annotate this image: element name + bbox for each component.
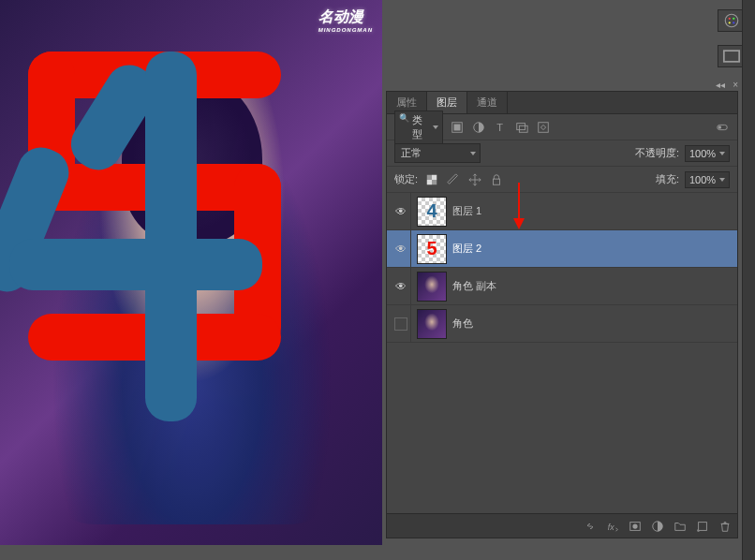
layer-style-button[interactable]: fx <box>606 520 619 533</box>
svg-rect-11 <box>538 122 548 132</box>
svg-rect-18 <box>493 179 499 184</box>
palette-icon <box>723 12 740 29</box>
layer-name[interactable]: 图层 2 <box>452 242 733 256</box>
panel-collapse-button[interactable]: ◂◂ <box>716 80 725 91</box>
right-pane: ◂◂ × 属性 图层 通道 类型 T 正常 不透明度: 100% 锁定: <box>382 0 755 560</box>
lock-position-icon[interactable] <box>466 171 482 187</box>
blend-mode-dropdown[interactable]: 正常 <box>394 143 481 163</box>
filter-shape-icon[interactable] <box>513 119 529 135</box>
svg-text:fx: fx <box>608 522 614 531</box>
filter-pixel-icon[interactable] <box>449 119 465 135</box>
adjustment-layer-button[interactable] <box>651 520 664 533</box>
layer-name[interactable]: 角色 副本 <box>452 279 733 293</box>
layer-thumbnail[interactable]: 4 <box>417 197 447 227</box>
svg-point-13 <box>718 125 721 129</box>
visibility-toggle[interactable]: 👁 <box>395 205 407 218</box>
svg-rect-15 <box>432 180 437 184</box>
lock-pixels-icon[interactable] <box>445 171 461 187</box>
lock-all-icon[interactable] <box>488 171 504 187</box>
layer-row[interactable]: 角色 <box>387 305 737 343</box>
svg-rect-9 <box>516 123 525 129</box>
fill-label: 填充: <box>656 172 679 186</box>
svg-point-0 <box>725 14 738 27</box>
tab-channels[interactable]: 通道 <box>467 92 508 113</box>
svg-rect-14 <box>426 174 431 179</box>
canvas[interactable]: 名动漫 MINGDONGMAN <box>0 0 382 545</box>
delete-layer-button[interactable] <box>718 520 732 533</box>
layer-thumbnail[interactable] <box>417 272 447 302</box>
filter-type-icon[interactable]: T <box>492 119 508 135</box>
svg-rect-5 <box>724 51 739 62</box>
panel-menu-bar: ◂◂ × <box>386 80 738 91</box>
svg-rect-10 <box>519 125 527 132</box>
svg-rect-7 <box>453 124 460 130</box>
lock-label: 锁定: <box>394 172 418 186</box>
group-button[interactable] <box>674 520 687 533</box>
layer-thumbnail[interactable] <box>417 309 447 339</box>
rect-icon <box>718 43 745 69</box>
layer-row[interactable]: 👁 4 图层 1 <box>387 193 737 230</box>
svg-point-3 <box>733 22 734 23</box>
svg-rect-23 <box>699 522 707 530</box>
filter-adjustment-icon[interactable] <box>470 119 486 135</box>
panel-close-button[interactable]: × <box>733 80 738 91</box>
fill-value[interactable]: 100% <box>685 171 730 188</box>
filter-kind-dropdown[interactable]: 类型 <box>394 111 443 144</box>
svg-point-2 <box>733 18 734 20</box>
right-scrollbar[interactable] <box>742 0 755 560</box>
filter-toggle-icon[interactable] <box>714 119 730 135</box>
watermark: 名动漫 MINGDONGMAN <box>318 7 373 33</box>
layer-row[interactable]: 👁 角色 副本 <box>387 268 737 305</box>
opacity-value[interactable]: 100% <box>685 145 730 162</box>
opacity-label: 不透明度: <box>635 146 679 160</box>
watermark-text: 名动漫 <box>318 8 363 24</box>
layer-row[interactable]: 👁 5 图层 2 <box>387 230 737 268</box>
layer-name[interactable]: 图层 1 <box>452 204 733 218</box>
filter-row: 类型 T <box>387 114 737 140</box>
watermark-subtext: MINGDONGMAN <box>318 27 373 33</box>
filter-smartobject-icon[interactable] <box>535 119 551 135</box>
thumb-numeral: 4 <box>426 200 437 222</box>
layers-panel: 属性 图层 通道 类型 T 正常 不透明度: 100% 锁定: <box>386 91 738 538</box>
visibility-toggle[interactable]: 👁 <box>395 243 407 256</box>
thumb-numeral: 5 <box>426 238 437 259</box>
blend-row: 正常 不透明度: 100% <box>387 140 737 167</box>
svg-rect-17 <box>426 180 431 184</box>
layer-name[interactable]: 角色 <box>452 317 733 331</box>
layer-thumbnail[interactable]: 5 <box>417 234 447 264</box>
svg-point-21 <box>632 523 637 528</box>
new-layer-button[interactable] <box>696 520 709 533</box>
visibility-toggle[interactable] <box>394 317 407 331</box>
panel-footer: fx <box>387 513 737 538</box>
svg-point-1 <box>729 18 731 20</box>
svg-point-4 <box>729 22 731 23</box>
link-layers-button[interactable] <box>584 520 597 533</box>
lock-row: 锁定: 填充: 100% <box>387 167 737 193</box>
visibility-toggle[interactable]: 👁 <box>395 280 407 293</box>
layer-mask-button[interactable] <box>629 520 642 533</box>
lock-transparency-icon[interactable] <box>423 171 439 187</box>
svg-rect-16 <box>432 174 437 179</box>
layers-list: 👁 4 图层 1 👁 5 图层 2 👁 角色 副本 角色 <box>387 193 737 532</box>
